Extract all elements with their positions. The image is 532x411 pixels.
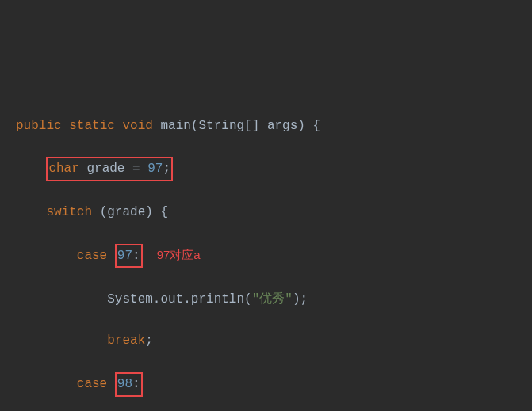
code-line: case 98: [16, 372, 516, 396]
method-println: println [191, 292, 244, 306]
semicolon: ; [145, 333, 153, 348]
object-system: System [107, 292, 153, 306]
field-out: out [160, 292, 183, 306]
keyword-void: void [122, 119, 152, 133]
keyword-public: public [16, 119, 62, 133]
code-line: System.out.println("优秀"); [16, 289, 516, 310]
code-line: switch (grade) { [16, 202, 516, 223]
method-main: main [160, 119, 190, 133]
highlight-box: char grade = 97; [46, 157, 173, 181]
var-grade: grade [107, 205, 145, 219]
code-line: case 97:97对应a [16, 244, 516, 268]
semicolon: ; [163, 162, 170, 176]
paren-close: ) [297, 119, 305, 133]
colon: : [132, 377, 140, 391]
var-grade: grade [86, 162, 124, 176]
keyword-static: static [69, 119, 115, 133]
brace-open: { [313, 119, 321, 133]
keyword-break: break [107, 333, 145, 348]
highlight-box: 97: [115, 244, 143, 268]
param-args: args [267, 119, 297, 133]
string-literal: "优秀" [252, 292, 293, 306]
number-literal: 97 [117, 249, 132, 263]
number-literal: 97 [147, 162, 163, 176]
code-line: char grade = 97; [16, 157, 516, 181]
keyword-case: case [77, 249, 107, 263]
paren-close: ) [293, 292, 300, 306]
paren-close: ) [145, 205, 153, 219]
equals: = [132, 162, 140, 176]
keyword-case: case [77, 377, 107, 391]
dot: . [183, 292, 191, 306]
highlight-box: 98: [115, 372, 143, 396]
brace-open: { [160, 205, 168, 219]
number-literal: 98 [117, 377, 132, 391]
code-line: break; [16, 330, 516, 351]
annotation-text: 97对应a [143, 248, 201, 261]
keyword-switch: switch [46, 205, 92, 219]
array-brackets: [] [244, 119, 259, 133]
keyword-char: char [48, 162, 78, 176]
paren-open: ( [100, 205, 108, 219]
class-string: String [198, 119, 244, 133]
paren-open: ( [244, 292, 252, 306]
dot: . [153, 292, 161, 306]
code-line: public static void main(String[] args) { [16, 116, 516, 136]
colon: : [132, 249, 140, 263]
semicolon: ; [300, 292, 308, 306]
